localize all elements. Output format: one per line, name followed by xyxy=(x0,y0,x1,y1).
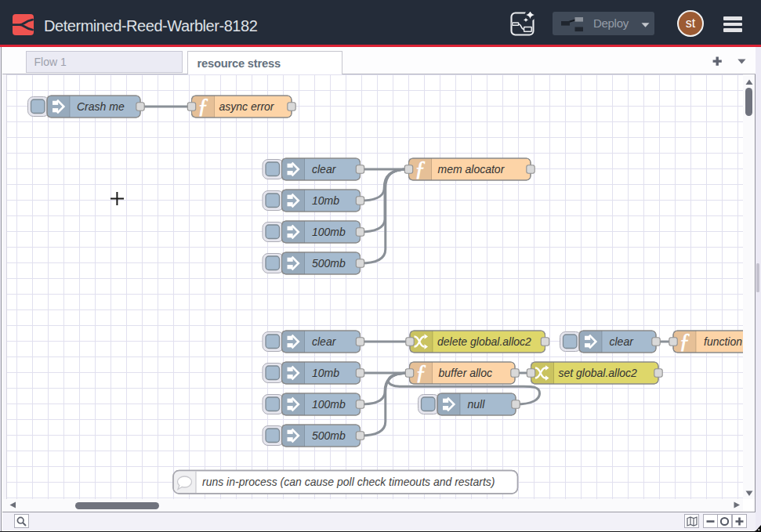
svg-text:ƒ: ƒ xyxy=(679,328,690,353)
svg-text:delete global.alloc2: delete global.alloc2 xyxy=(437,335,531,348)
svg-text:clear: clear xyxy=(610,335,635,348)
svg-text:ƒ: ƒ xyxy=(197,93,208,118)
svg-text:clear: clear xyxy=(312,335,337,348)
svg-text:500mb: 500mb xyxy=(312,429,346,442)
svg-text:mem alocator: mem alocator xyxy=(438,163,506,176)
svg-text:null: null xyxy=(468,398,486,411)
svg-text:100mb: 100mb xyxy=(312,398,346,411)
svg-text:Crash me: Crash me xyxy=(77,100,125,113)
svg-text:function: function xyxy=(704,335,742,348)
svg-text:10mb: 10mb xyxy=(312,194,339,207)
svg-text:async error: async error xyxy=(219,100,275,113)
svg-text:ƒ: ƒ xyxy=(415,360,426,384)
svg-text:100mb: 100mb xyxy=(312,226,346,238)
svg-text:set global.alloc2: set global.alloc2 xyxy=(559,367,638,379)
svg-text:runs in-process (can cause pol: runs in-process (can cause poll check ti… xyxy=(202,476,495,488)
svg-text:clear: clear xyxy=(312,163,337,176)
svg-text:buffer alloc: buffer alloc xyxy=(439,367,492,379)
svg-text:10mb: 10mb xyxy=(312,367,339,379)
svg-text:ƒ: ƒ xyxy=(415,156,426,180)
svg-text:500mb: 500mb xyxy=(312,257,346,270)
